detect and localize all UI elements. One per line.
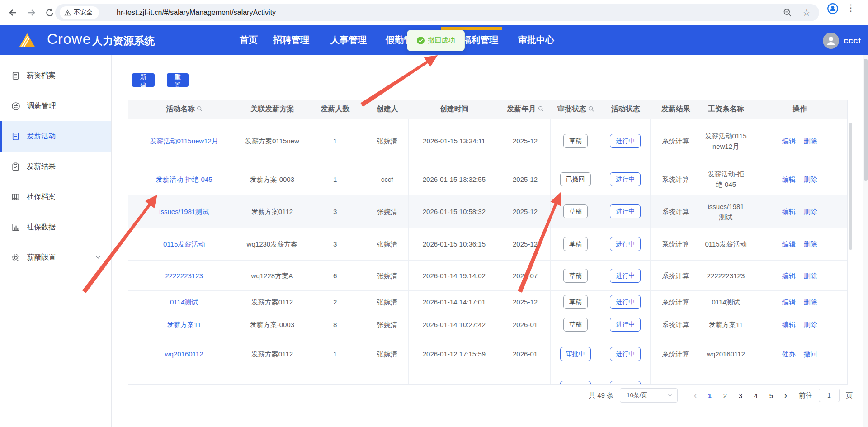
gear-icon [11,253,20,262]
next-page-icon[interactable]: › [779,391,793,400]
row-action-2[interactable]: 撤回 [804,384,817,385]
page-number[interactable]: 1 [702,392,717,399]
activity-name-link[interactable]: 0114测试 [170,298,198,306]
row-action-1[interactable]: 催办 [782,350,796,358]
column-header[interactable]: 创建人 [366,100,409,119]
bar-chart-icon [11,223,20,232]
sidebar-item-social-archive[interactable]: 社保档案 [0,182,111,212]
table-header-row: 活动名称 关联发薪方案 发薪人数 创建人 [128,100,848,119]
row-action-2[interactable]: 删除 [804,321,817,328]
row-action-1[interactable]: 编辑 [782,298,796,306]
page-scrollbar-thumb[interactable] [864,59,868,181]
page-scrollbar[interactable] [863,55,868,427]
column-search-icon[interactable] [588,105,594,114]
row-action-1[interactable]: 催办 [782,384,796,385]
salary-month-cell: 2025-12 [500,163,551,195]
activity-name-link[interactable]: 发薪活动-拒绝-045 [156,176,212,183]
create-button[interactable]: 新建 [132,73,155,87]
activity-status-badge: 进行中 [610,204,641,218]
table-row: wq20160112 发薪方案0112 1 张婉清 2026-01-12 17:… [128,336,848,372]
column-search-icon[interactable] [538,105,544,114]
row-action-1[interactable]: 编辑 [782,272,796,280]
sidebar-item-salary-result[interactable]: 发薪结果 [0,152,111,182]
page-number[interactable]: 4 [748,392,764,399]
browser-reload-icon[interactable] [43,6,56,19]
nav-item[interactable]: 福利管理 [462,34,498,46]
row-action-2[interactable]: 删除 [804,137,817,145]
row-action-1[interactable]: 编辑 [782,240,796,248]
creator-cell: 张婉清 [366,261,409,291]
browser-forward-icon[interactable] [25,6,38,19]
url-text[interactable]: hr-test.zjf-it.cn/#/salaryManagement/sal… [117,4,276,21]
activity-name-link[interactable]: wq20160112 [165,350,203,358]
page-number[interactable]: 2 [717,392,733,399]
row-action-2[interactable]: 删除 [804,208,817,215]
salary-month-cell: 2026-02 [500,372,551,385]
table-row: issues/1981测试 发薪方案0112 3 张婉清 2026-01-15 … [128,195,848,228]
table-scrollbar[interactable] [849,123,852,250]
activity-status-badge: 进行中 [610,237,641,251]
bookmark-star-icon[interactable]: ☆ [800,6,813,19]
column-header[interactable]: 工资条名称 [701,100,751,119]
goto-page-input[interactable] [819,389,840,402]
page-number[interactable]: 5 [764,392,779,399]
nav-item[interactable]: 首页 [240,34,258,46]
activity-name-link[interactable]: 2222223123 [165,272,203,280]
column-header[interactable]: 创建时间 [409,100,500,119]
column-header[interactable]: 发薪结果 [651,100,701,119]
row-action-2[interactable]: 删除 [804,298,817,306]
sidebar-item-salary-activity[interactable]: 发薪活动 [0,121,111,152]
column-header[interactable]: 活动名称 [128,100,240,119]
count-cell: 1 [304,163,366,195]
approval-status-badge: 草稿 [563,237,588,251]
reset-button[interactable]: 重置 [167,73,189,87]
activity-name-link[interactable]: issues/1981测试 [159,208,209,215]
created-time-cell: 2026-01-15 10:36:15 [409,228,500,261]
browser-profile-icon[interactable] [826,2,839,15]
address-bar[interactable]: 不安全 hr-test.zjf-it.cn/#/salaryManagement… [55,4,819,21]
sidebar-item-social-data[interactable]: 社保数据 [0,212,111,242]
created-time-cell: 2026-01-15 13:34:11 [409,119,500,163]
column-header[interactable]: 审批状态 [551,100,600,119]
activity-status-badge: 进行中 [610,318,641,332]
page-size-select[interactable]: 10条/页 [620,388,678,403]
column-header[interactable]: 关联发薪方案 [240,100,304,119]
salary-month-cell: 2026-01 [500,336,551,372]
prev-page-icon[interactable]: ‹ [689,391,702,400]
activity-name-link[interactable]: 发薪活动0115new12月 [150,137,218,145]
nav-item[interactable]: 审批中心 [518,34,554,46]
column-header[interactable]: 发薪人数 [304,100,366,119]
zoom-out-icon[interactable] [781,6,794,19]
activity-name-link[interactable]: 发薪方案11 [167,321,201,328]
created-time-cell: 2026-01-14 14:17:01 [409,291,500,313]
nav-item[interactable]: 人事管理 [330,34,367,46]
column-header[interactable]: 发薪年月 [500,100,551,119]
activity-name-link[interactable]: 0115发薪活动 [163,240,205,248]
column-search-icon[interactable] [197,105,203,114]
row-action-2[interactable]: 删除 [804,240,817,248]
user-box[interactable]: cccf [823,33,861,49]
row-action-1[interactable]: 编辑 [782,208,796,215]
row-action-1[interactable]: 编辑 [782,321,796,328]
column-header[interactable]: 活动状态 [600,100,651,119]
activity-name-link[interactable]: 发薪测试2 [169,384,199,385]
payslip-name-cell: 0115发薪活动 [701,228,751,261]
sidebar: 薪资档案 调薪管理 发薪活动 发薪结果 社保档案 社保数据 薪酬设置 [0,55,112,427]
row-action-2[interactable]: 撤回 [804,350,817,358]
browser-menu-icon[interactable]: ⋮ [844,1,857,14]
row-action-2[interactable]: 删除 [804,176,817,183]
page-number[interactable]: 3 [733,392,748,399]
security-badge[interactable]: 不安全 [60,6,99,19]
row-action-2[interactable]: 删除 [804,272,817,280]
row-action-1[interactable]: 编辑 [782,176,796,183]
plan-cell: 发薪方案0112 [240,336,304,372]
nav-item[interactable]: 招聘管理 [273,34,309,46]
row-action-1[interactable]: 编辑 [782,137,796,145]
column-header[interactable]: 操作 [751,100,848,119]
sidebar-item-salary-settings[interactable]: 薪酬设置 [0,242,111,273]
browser-back-icon[interactable] [6,6,19,19]
payslip-name-cell: 0114测试 [701,291,751,313]
pagination: 共 49 条 10条/页 ‹ 1 2 3 4 5 › 前往 页 [112,385,854,405]
sidebar-item-salary-adjust[interactable]: 调薪管理 [0,91,111,121]
sidebar-item-salary-archive[interactable]: 薪资档案 [0,61,111,91]
